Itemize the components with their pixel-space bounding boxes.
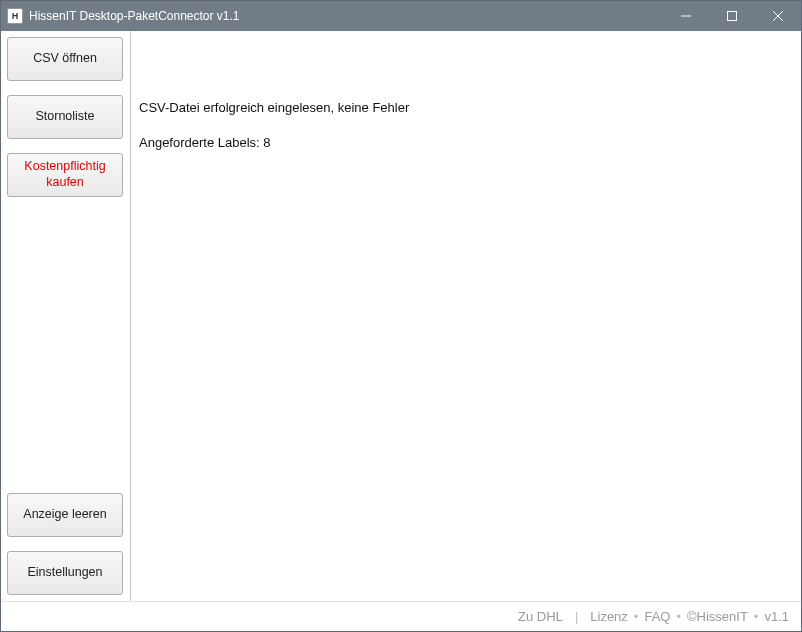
window-controls — [663, 1, 801, 31]
content-panel: CSV-Datei erfolgreich eingelesen, keine … — [131, 31, 801, 601]
maximize-button[interactable] — [709, 1, 755, 31]
footer-dhl-link[interactable]: Zu DHL — [518, 609, 563, 624]
sidebar: CSV öffnen Stornoliste Kostenpflichtig k… — [1, 31, 131, 601]
close-button[interactable] — [755, 1, 801, 31]
buy-button[interactable]: Kostenpflichtig kaufen — [7, 153, 123, 197]
footer-license-link[interactable]: Lizenz — [590, 609, 628, 624]
minimize-icon — [681, 11, 691, 21]
footer-faq-link[interactable]: FAQ — [644, 609, 670, 624]
main-area: CSV öffnen Stornoliste Kostenpflichtig k… — [1, 31, 801, 601]
footer-dot-3: • — [754, 609, 759, 624]
settings-button[interactable]: Einstellungen — [7, 551, 123, 595]
footer-copyright[interactable]: ©HissenIT — [687, 609, 748, 624]
status-line-2: Angeforderte Labels: 8 — [139, 134, 793, 152]
footer-dot-1: • — [634, 609, 639, 624]
footer-separator-pipe: | — [575, 609, 578, 624]
clear-display-button[interactable]: Anzeige leeren — [7, 493, 123, 537]
titlebar: H HissenIT Desktop-PaketConnector v1.1 — [1, 1, 801, 31]
status-line-1: CSV-Datei erfolgreich eingelesen, keine … — [139, 99, 793, 117]
minimize-button[interactable] — [663, 1, 709, 31]
app-window: H HissenIT Desktop-PaketConnector v1.1 C… — [0, 0, 802, 632]
window-title: HissenIT Desktop-PaketConnector v1.1 — [29, 9, 663, 23]
storno-list-button[interactable]: Stornoliste — [7, 95, 123, 139]
client-area: CSV öffnen Stornoliste Kostenpflichtig k… — [1, 31, 801, 631]
footer-dot-2: • — [676, 609, 681, 624]
footer-version: v1.1 — [764, 609, 789, 624]
close-icon — [773, 11, 783, 21]
open-csv-button[interactable]: CSV öffnen — [7, 37, 123, 81]
sidebar-spacer — [7, 211, 124, 479]
svg-rect-1 — [728, 12, 737, 21]
footer: Zu DHL | Lizenz • FAQ • ©HissenIT • v1.1 — [1, 601, 801, 631]
maximize-icon — [727, 11, 737, 21]
app-icon: H — [7, 8, 23, 24]
